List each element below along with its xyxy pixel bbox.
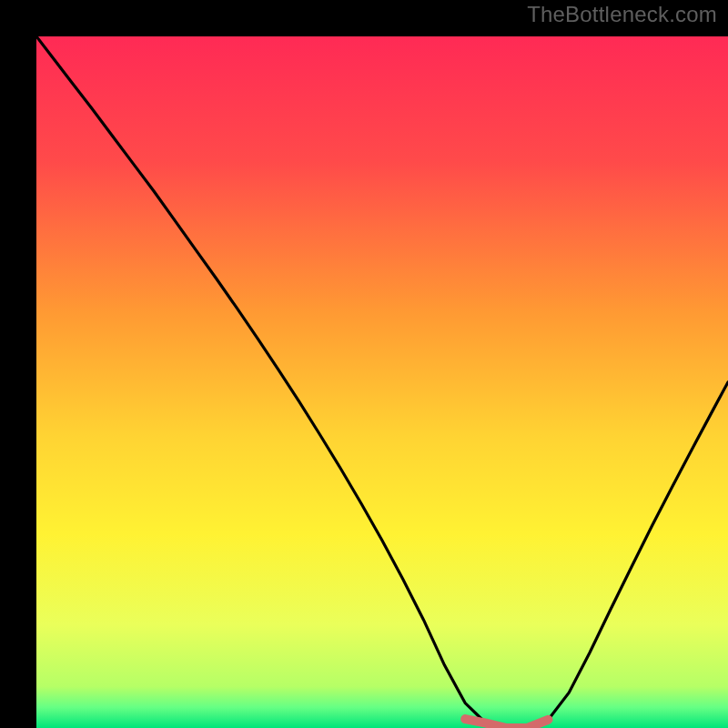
chart-frame [18,18,710,710]
chart-svg [36,36,728,728]
watermark-text: TheBottleneck.com [527,2,717,27]
chart-background [36,36,728,728]
